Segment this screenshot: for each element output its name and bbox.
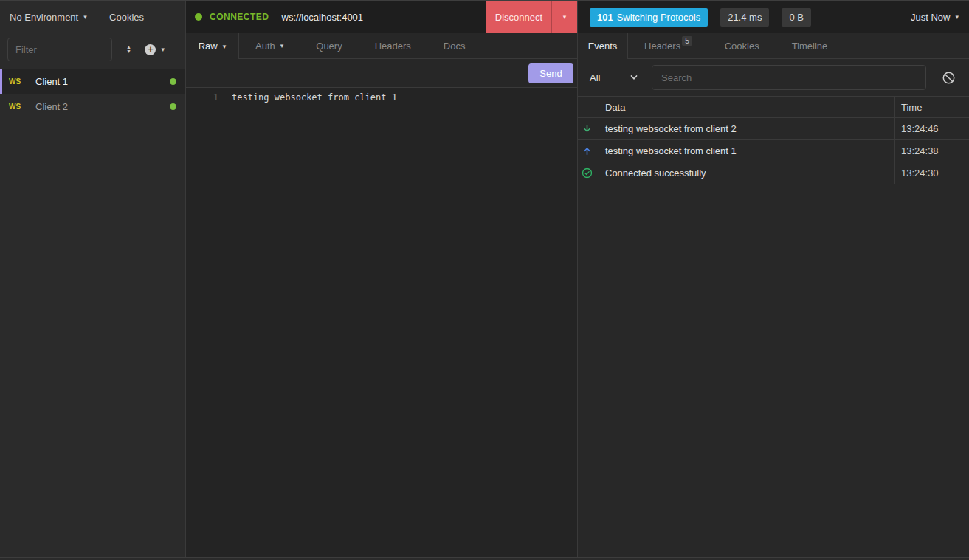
sidebar: No Environment ▾ Cookies ▲▼ + ▾ WS Clien… — [0, 1, 186, 557]
sidebar-topbar: No Environment ▾ Cookies — [0, 1, 185, 33]
filter-input[interactable] — [7, 38, 112, 61]
response-tabs: Events Headers 5 Cookies Timeline — [578, 33, 969, 59]
chevron-down-icon: ▾ — [223, 43, 227, 50]
websocket-url[interactable]: ws://localhost:4001 — [282, 12, 364, 23]
tab-raw[interactable]: Raw ▾ — [186, 33, 239, 59]
message-editor[interactable]: 1 testing websocket from client 1 — [186, 87, 577, 557]
disconnect-label: Disconnect — [486, 1, 551, 33]
events-table-header: Data Time — [578, 97, 969, 118]
headers-count-badge: 5 — [682, 36, 692, 46]
event-type-value: All — [590, 72, 600, 83]
search-input[interactable] — [652, 65, 926, 90]
chevron-down-icon: ▾ — [161, 46, 165, 53]
tab-headers-response[interactable]: Headers 5 — [628, 33, 708, 58]
response-time-badge: 21.4 ms — [720, 8, 769, 27]
response-panel: 101Switching Protocols 21.4 ms 0 B Just … — [578, 1, 969, 557]
connection-status-dot-icon — [195, 13, 202, 21]
event-time: 13:24:46 — [894, 118, 969, 139]
tab-headers[interactable]: Headers — [359, 33, 427, 58]
event-row[interactable]: Connected successfully 13:24:30 — [578, 162, 969, 184]
main-panels: No Environment ▾ Cookies ▲▼ + ▾ WS Clien… — [0, 1, 969, 557]
event-data: Connected successfully — [596, 162, 894, 184]
ws-protocol-badge: WS — [9, 103, 24, 111]
status-code-badge: 101Switching Protocols — [590, 8, 708, 27]
data-column-header: Data — [596, 97, 894, 117]
connection-dot-icon — [170, 78, 176, 85]
response-size-badge: 0 B — [782, 8, 811, 27]
event-row[interactable]: testing websocket from client 2 13:24:46 — [578, 118, 969, 140]
updated-dropdown[interactable]: Just Now ▾ — [911, 12, 959, 23]
tab-auth[interactable]: Auth ▾ — [239, 33, 300, 58]
send-toolbar: Send — [186, 59, 577, 87]
request-panel: CONNECTED ws://localhost:4001 Disconnect… — [186, 1, 578, 557]
tab-events[interactable]: Events — [578, 33, 628, 59]
connection-dot-icon — [170, 103, 176, 110]
sidebar-filter-row: ▲▼ + ▾ — [0, 35, 185, 64]
event-type-select[interactable]: All — [590, 72, 638, 83]
chevron-down-icon — [630, 73, 638, 82]
icon-column-header — [578, 97, 596, 117]
editor-line: 1 testing websocket from client 1 — [186, 91, 577, 104]
line-number: 1 — [186, 91, 218, 104]
tab-auth-label: Auth — [255, 41, 275, 52]
client-list: WS Client 1 WS Client 2 — [0, 69, 185, 119]
event-time: 13:24:30 — [894, 162, 969, 184]
app-window: No Environment ▾ Cookies ▲▼ + ▾ WS Clien… — [0, 0, 969, 560]
event-row[interactable]: testing websocket from client 1 13:24:38 — [578, 140, 969, 162]
sort-icon[interactable]: ▲▼ — [126, 45, 131, 54]
updated-label: Just Now — [911, 12, 950, 23]
arrow-up-icon — [582, 146, 592, 156]
tab-events-label: Events — [588, 41, 618, 52]
client-item-2[interactable]: WS Client 2 — [0, 94, 185, 119]
events-table: Data Time testing websocket from client … — [578, 96, 969, 184]
tab-cookies-response[interactable]: Cookies — [708, 33, 776, 58]
ban-icon — [942, 71, 956, 85]
bottom-strip — [0, 557, 969, 560]
environment-label: No Environment — [10, 12, 78, 23]
response-tabs-rest: Headers 5 Cookies Timeline — [628, 33, 969, 59]
tab-timeline[interactable]: Timeline — [776, 33, 844, 58]
event-data: testing websocket from client 1 — [596, 140, 894, 162]
status-text: Switching Protocols — [617, 12, 700, 23]
disconnect-button[interactable]: Disconnect ▾ — [486, 1, 577, 33]
event-time: 13:24:38 — [894, 140, 969, 162]
tab-docs[interactable]: Docs — [427, 33, 482, 58]
tab-raw-label: Raw — [199, 41, 218, 52]
environment-selector[interactable]: No Environment ▾ — [10, 12, 87, 23]
cookies-button[interactable]: Cookies — [109, 12, 144, 23]
request-tabs-rest: Auth ▾ Query Headers Docs — [239, 33, 577, 59]
response-status-bar: 101Switching Protocols 21.4 ms 0 B Just … — [578, 1, 969, 33]
send-button[interactable]: Send — [528, 63, 573, 83]
status-code: 101 — [597, 12, 613, 23]
clear-events-button[interactable] — [942, 71, 956, 85]
connection-status-label: CONNECTED — [210, 12, 269, 22]
check-circle-icon — [582, 167, 593, 179]
client-item-1[interactable]: WS Client 1 — [0, 69, 185, 94]
tab-query[interactable]: Query — [300, 33, 358, 58]
client-name: Client 2 — [35, 101, 68, 112]
editor-content: testing websocket from client 1 — [232, 91, 397, 104]
arrow-down-icon — [582, 124, 592, 134]
ws-protocol-badge: WS — [9, 77, 24, 86]
request-tabs: Raw ▾ Auth ▾ Query Headers Docs — [186, 33, 577, 59]
plus-circle-icon: + — [145, 44, 156, 55]
chevron-down-icon: ▾ — [280, 42, 284, 49]
chevron-down-icon[interactable]: ▾ — [552, 1, 577, 33]
chevron-down-icon: ▾ — [955, 13, 959, 21]
event-data: testing websocket from client 2 — [596, 118, 894, 139]
chevron-down-icon: ▾ — [83, 13, 87, 21]
connection-bar: CONNECTED ws://localhost:4001 Disconnect… — [186, 1, 577, 33]
tab-headers-label: Headers — [644, 41, 680, 52]
events-filter-row: All — [578, 59, 969, 96]
client-name: Client 1 — [35, 76, 68, 87]
add-request-button[interactable]: + ▾ — [145, 44, 165, 55]
time-column-header: Time — [894, 97, 969, 117]
